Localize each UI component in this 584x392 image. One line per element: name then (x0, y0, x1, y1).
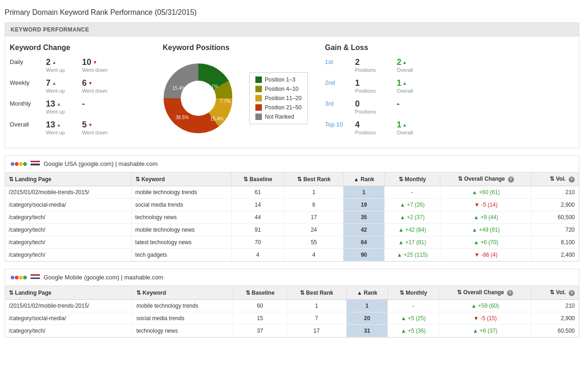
legend-label-11-20: Position 11–20 (265, 95, 301, 101)
td-m-baseline-2: 15 (233, 312, 286, 325)
legend-label-1-3: Position 1–3 (265, 76, 295, 83)
td-m-monthly-3: ▲ +5 (36) (387, 325, 438, 337)
google-usa-title: Google USA (google.com) | mashable.com (44, 160, 158, 167)
td-m-overall-1: ▲ +59 (60) (439, 300, 531, 312)
arrow-down-overall (88, 122, 93, 127)
th-rank-mobile[interactable]: ▲ Rank (346, 286, 387, 300)
th-overall-change-mobile[interactable]: ⇅ Overall Change ? (439, 286, 531, 300)
th-best-rank-usa[interactable]: ⇅ Best Rank (284, 172, 343, 186)
gl-overall-3rd: - (397, 99, 400, 109)
td-m-monthly-1: - (387, 300, 438, 312)
kw-sub-weekly-up: Went up (46, 88, 65, 94)
td-monthly-4: ▲ +42 (84) (384, 224, 440, 236)
td-keyword-6: tech gadgets (131, 249, 231, 261)
td-landing-6: /category/tech/ (5, 249, 131, 261)
th-monthly-usa[interactable]: ⇅ Monthly (384, 172, 440, 186)
donut-svg: 23.1% 7.7% 15.4% 38.5% 15.4% (157, 57, 240, 140)
td-best-rank-3: 17 (284, 211, 343, 224)
kw-row-monthly: Monthly 13 Went up - (10, 99, 140, 114)
kw-num-weekly-up: 7 (46, 78, 51, 88)
gl-sub-1st-overall: Overall (397, 67, 413, 73)
td-monthly-6: ▲ +25 (115) (384, 249, 440, 261)
gl-stat-1st-positions: 2 Positions (355, 57, 392, 73)
legend-item-21-50: Position 21–50 (255, 104, 301, 111)
th-baseline-usa[interactable]: ⇅ Baseline (231, 172, 284, 186)
label-1-3: 23.1% (205, 84, 218, 89)
td-landing-3: /category/tech/ (5, 211, 131, 224)
th-vol-mobile[interactable]: ⇅ Vol. ? (531, 286, 578, 300)
td-rank-3: 35 (343, 211, 384, 224)
keyword-change-title: Keyword Change (10, 44, 140, 52)
gl-sub-top10-overall: Overall (397, 130, 413, 135)
table-row: /category/tech/ technology news 44 17 35… (5, 211, 579, 224)
td-landing-2: /category/social-media/ (5, 199, 131, 211)
legend-label-not-ranked: Not Ranked (265, 114, 294, 120)
kw-num-monthly-down: - (82, 99, 85, 109)
legend-item-4-10: Position 4–10 (255, 86, 301, 92)
kw-sub-overall-down: Went down (82, 130, 108, 135)
gl-sub-3rd-positions: Positions (355, 109, 376, 114)
th-keyword-mobile[interactable]: ⇅ Keyword (133, 286, 234, 300)
table-row: /category/tech/ technology news 37 17 31… (5, 325, 579, 337)
kw-label-overall: Overall (10, 120, 42, 128)
label-4-10: 7.7% (220, 99, 231, 104)
gl-stat-2nd-positions: 1 Positions (355, 78, 392, 94)
donut-chart: 23.1% 7.7% 15.4% 38.5% 15.4% (157, 57, 240, 140)
td-m-keyword-1: mobile technology trends (133, 300, 234, 312)
chart-area: 23.1% 7.7% 15.4% 38.5% 15.4% Position 1–… (157, 57, 307, 140)
th-landing-page-usa[interactable]: ⇅ Landing Page (5, 172, 131, 186)
td-m-landing-2: /category/social-media/ (5, 312, 133, 325)
td-m-monthly-2: ▲ +5 (25) (387, 312, 438, 325)
help-icon-overall-usa[interactable]: ? (508, 177, 514, 183)
gl-overall-num-2nd: 1 (397, 78, 401, 88)
google-usa-header: Google USA (google.com) | mashable.com (5, 156, 579, 172)
usa-flag (31, 161, 40, 167)
td-m-best-rank-3: 17 (287, 325, 347, 337)
gl-sub-2nd-overall: Overall (397, 88, 413, 94)
google-usa-table: ⇅ Landing Page ⇅ Keyword ⇅ Baseline ⇅ Be… (5, 172, 579, 261)
th-keyword-usa[interactable]: ⇅ Keyword (131, 172, 231, 186)
th-vol-usa[interactable]: ⇅ Vol. ? (532, 172, 579, 186)
gl-label-3rd: 3rd (325, 99, 350, 107)
gl-label-1st: 1st (325, 57, 350, 65)
th-rank-usa[interactable]: ▲ Rank (343, 172, 384, 186)
td-vol-4: 720 (532, 224, 579, 236)
kw-sub-monthly-up: Went up (46, 109, 65, 114)
td-monthly-2: ▲ +7 (26) (384, 199, 440, 211)
kw-stat-overall-up: 13 Went up (46, 120, 78, 135)
td-rank-5: 64 (343, 236, 384, 249)
td-m-rank-1: 1 (346, 300, 387, 312)
gain-loss-title: Gain & Loss (325, 44, 574, 52)
help-icon-vol-usa[interactable]: ? (569, 177, 575, 183)
th-best-rank-mobile[interactable]: ⇅ Best Rank (287, 286, 347, 300)
chart-legend: Position 1–3 Position 4–10 Position 11–2… (249, 72, 307, 124)
td-best-rank-4: 24 (284, 224, 343, 236)
kw-stat-weekly-up: 7 Went up (46, 78, 78, 94)
kw-label-daily: Daily (10, 57, 42, 65)
td-m-vol-3: 60,500 (531, 325, 578, 337)
help-icon-overall-mobile[interactable]: ? (507, 290, 513, 296)
th-monthly-mobile[interactable]: ⇅ Monthly (387, 286, 438, 300)
keyword-positions-title: Keyword Positions (163, 44, 229, 52)
table-row: /category/social-media/ social media tre… (5, 199, 579, 211)
td-baseline-4: 91 (231, 224, 284, 236)
td-m-overall-2: ▼ -5 (15) (439, 312, 531, 325)
gl-row-top10: Top 10 4 Positions 1 Overall (325, 120, 574, 135)
google-mobile-table: ⇅ Landing Page ⇅ Keyword ⇅ Baseline ⇅ Be… (5, 286, 579, 337)
th-overall-change-usa[interactable]: ⇅ Overall Change ? (440, 172, 532, 186)
td-m-rank-2: 20 (346, 312, 387, 325)
td-m-landing-3: /category/tech/ (5, 325, 133, 337)
gl-overall-num-3rd: - (397, 99, 400, 109)
usa-flag-mobile (31, 274, 40, 280)
td-baseline-6: 4 (231, 249, 284, 261)
google-logo-mobile (11, 276, 27, 279)
td-keyword-5: latest technology news (131, 236, 231, 249)
th-landing-page-mobile[interactable]: ⇅ Landing Page (5, 286, 133, 300)
legend-item-1-3: Position 1–3 (255, 76, 301, 83)
th-baseline-mobile[interactable]: ⇅ Baseline (233, 286, 286, 300)
kw-stat-monthly-down: - (82, 99, 114, 109)
td-overall-5: ▲ +6 (70) (440, 236, 532, 249)
kw-sub-daily-up: Went up (46, 67, 65, 73)
help-icon-vol-mobile[interactable]: ? (569, 290, 575, 296)
page-title: Primary Domain Keyword Rank Performance … (5, 5, 579, 22)
